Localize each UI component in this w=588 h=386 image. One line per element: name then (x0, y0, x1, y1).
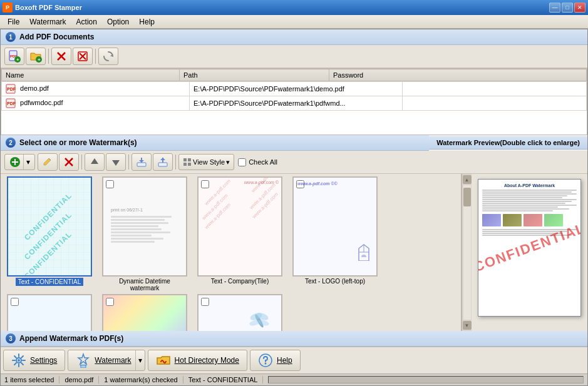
watermark-item-1[interactable]: print on 06/27/-1 (98, 176, 191, 292)
wm-thumb-6 (197, 294, 282, 331)
wm-check-1[interactable] (106, 180, 114, 188)
refresh-button[interactable] (98, 48, 118, 65)
view-style-arrow: ▾ (226, 158, 230, 166)
watermark-item-6[interactable] (193, 294, 286, 331)
status-items-selected: 1 items selected (4, 376, 59, 383)
preview-panel: About A-PDF Watermark (472, 174, 587, 331)
wm-sep-3 (175, 155, 176, 170)
watermark-header: 2 Select one or more Watermark(s) Waterm… (1, 135, 587, 151)
table-row[interactable]: PDF demo.pdf E:\A-PDF\PDF\Source\PDFwate… (2, 82, 587, 96)
watermark-item-2[interactable]: www.a-pdf.com © www.a-pdf.com www.a-pdf.… (193, 176, 286, 292)
section-append: 3 Append Watermark to PDF(s) Settings (1, 331, 587, 373)
svg-point-40 (18, 359, 20, 362)
file-table-body: PDF demo.pdf E:\A-PDF\PDF\Source\PDFwate… (1, 81, 587, 111)
wm-label-3: Text - LOGO (left-top) (305, 278, 365, 285)
minimize-button[interactable]: — (549, 3, 560, 13)
check-all-label[interactable]: Check All (238, 158, 277, 166)
app-title: Boxoft PDF Stamper (15, 4, 82, 11)
remove-button[interactable] (51, 48, 71, 65)
svg-text:PDF: PDF (7, 87, 16, 91)
svg-text:+: + (16, 57, 19, 63)
section2-number: 2 (6, 138, 16, 148)
scroll-track (463, 185, 471, 320)
svg-rect-30 (183, 158, 187, 161)
wm-edit-button[interactable] (38, 153, 58, 171)
wm-check-5[interactable] (106, 298, 114, 306)
watermark-icon (76, 353, 91, 368)
scroll-up[interactable]: ▲ (463, 175, 472, 184)
help-button[interactable]: Help (250, 350, 301, 371)
status-progress-bar (268, 376, 584, 383)
svg-rect-27 (158, 163, 167, 166)
move-down-icon (110, 156, 121, 168)
col-name: Name (2, 69, 180, 81)
file-password (403, 82, 587, 96)
maximize-button[interactable]: □ (562, 3, 573, 13)
file-name: PDF pdfwmdoc.pdf (2, 96, 190, 111)
section1-title: Add PDF Documents (19, 33, 94, 41)
menu-help[interactable]: Help (134, 16, 160, 28)
close-button[interactable]: ✕ (574, 3, 585, 13)
wm-thumb-5 (102, 294, 187, 331)
check-all-text: Check All (249, 158, 277, 166)
watermark-item-0[interactable]: CONFIDENTIAL CONFIDENTIAL CONFIDENTIAL T… (3, 176, 96, 292)
wm-move-up-button[interactable] (85, 153, 105, 171)
add-pdf-icon: PDF + (8, 50, 21, 63)
wm-move-down-button[interactable] (106, 153, 126, 171)
watermark-item-4[interactable] (3, 294, 96, 331)
toolbar-sep-1 (48, 49, 49, 64)
clear-icon (76, 50, 89, 63)
menu-watermark[interactable]: Watermark (24, 16, 71, 28)
wm-check-4[interactable] (11, 298, 19, 306)
preview-title: About A-PDF Watermark (482, 183, 577, 188)
svg-marker-26 (139, 160, 144, 163)
menu-option[interactable]: Option (102, 16, 134, 28)
section3-header: 3 Append Watermark to PDF(s) (1, 331, 587, 347)
toolbar-sep-2 (95, 49, 96, 64)
watermark-arrow[interactable]: ▾ (135, 350, 142, 370)
add-folder-button[interactable]: + (26, 48, 46, 65)
wm-label-0: Text - CONFIDENTIAL (16, 278, 84, 286)
title-bar: P Boxoft PDF Stamper — □ ✕ (0, 0, 588, 15)
menu-file[interactable]: File (3, 16, 24, 28)
scroll-thumb[interactable] (463, 188, 471, 206)
status-watermarks-checked: 1 watermark(s) checked (99, 376, 183, 383)
wm-add-arrow[interactable]: ▾ (23, 155, 32, 170)
svg-text:PDF: PDF (7, 101, 16, 106)
watermark-content: CONFIDENTIAL CONFIDENTIAL CONFIDENTIAL T… (1, 174, 587, 331)
wm-check-6[interactable] (201, 298, 209, 306)
preview-thumbnail[interactable]: About A-PDF Watermark (478, 179, 581, 317)
watermark-button[interactable]: Watermark ▾ (68, 350, 145, 371)
section-watermark: 2 Select one or more Watermark(s) Waterm… (1, 135, 587, 331)
wm-thumb-1: print on 06/27/-1 (102, 176, 187, 277)
watermark-item-3[interactable]: www.a-pdf.com ©© Text - LOGO (left-top) (289, 176, 381, 292)
scroll-down[interactable]: ▼ (463, 321, 472, 330)
menu-action[interactable]: Action (71, 16, 102, 28)
wm-export-button[interactable] (153, 153, 173, 171)
preview-images (482, 214, 577, 226)
col-password: Password (329, 69, 586, 81)
status-selected-file: demo.pdf (59, 376, 99, 383)
add-pdf-button[interactable]: PDF + (4, 48, 24, 65)
svg-point-43 (264, 363, 266, 365)
watermark-item-5[interactable] (98, 294, 191, 331)
wm-thumb-2: www.a-pdf.com © www.a-pdf.com www.a-pdf.… (197, 176, 282, 277)
wm-import-button[interactable] (132, 153, 152, 171)
check-all-checkbox[interactable] (238, 158, 246, 166)
logo-icon (356, 243, 371, 261)
menu-bar: File Watermark Action Option Help (0, 15, 588, 29)
help-label: Help (277, 356, 292, 365)
view-style-icon (183, 158, 192, 166)
wm-sep-1 (81, 155, 82, 170)
table-row[interactable]: PDF pdfwmdoc.pdf E:\A-PDF\PDF\Source\PDF… (2, 96, 587, 111)
wm-add-button[interactable]: ▾ (4, 154, 35, 170)
view-style-button[interactable]: View Style ▾ (178, 154, 234, 170)
watermark-scrollbar[interactable]: ▲ ▼ (462, 174, 472, 331)
refresh-icon (102, 50, 115, 63)
clear-button[interactable] (73, 48, 93, 65)
wm-delete-button[interactable] (59, 153, 79, 171)
wm-label-1: Dynamic Datetimewatermark (119, 278, 170, 292)
wm-thumb-4 (7, 294, 92, 331)
hot-directory-button[interactable]: Hot Directory Mode (148, 350, 247, 371)
settings-button[interactable]: Settings (3, 350, 65, 371)
